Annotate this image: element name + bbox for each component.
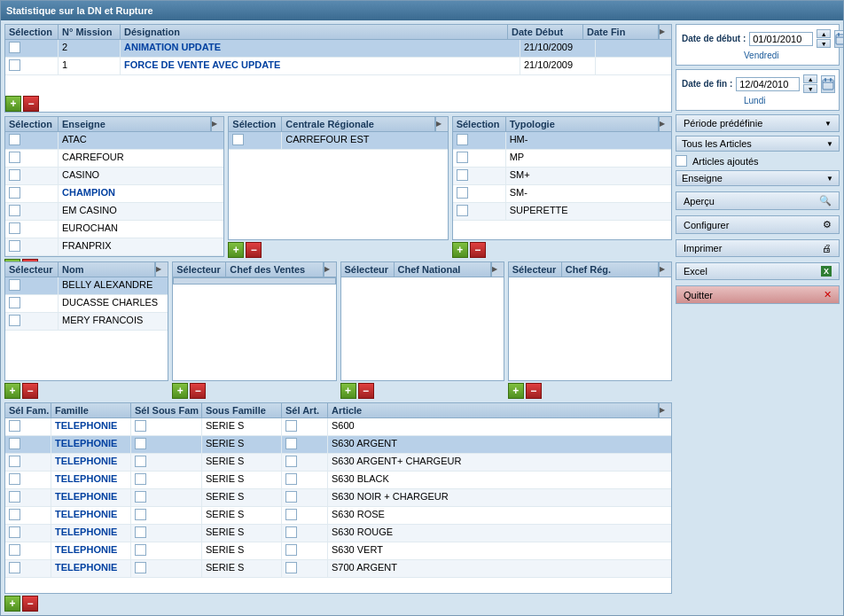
- tous-articles-button[interactable]: Tous les Articles ▼: [676, 136, 840, 152]
- date-debut-calendar[interactable]: [834, 30, 843, 48]
- article-row-0[interactable]: TELEPHONIE SERIE S S600: [5, 418, 671, 436]
- nom-belly-sel[interactable]: [5, 277, 59, 294]
- date-debut-up[interactable]: ▲: [817, 29, 831, 38]
- articles-col-article[interactable]: Article: [328, 403, 659, 417]
- article-1-sel-art[interactable]: [282, 436, 328, 453]
- articles-col-sous-famille[interactable]: Sous Famille: [202, 403, 282, 417]
- article-5-sel-sous-fam[interactable]: [131, 507, 202, 524]
- centrale-carrefourest-sel[interactable]: [229, 132, 282, 149]
- chef-ventes-add-button[interactable]: +: [172, 383, 188, 399]
- article-2-sel-fam[interactable]: [5, 454, 51, 471]
- missions-col-num[interactable]: N° Mission: [59, 25, 121, 39]
- typologie-row-smplus[interactable]: SM+: [453, 168, 671, 185]
- typologie-remove-button[interactable]: −: [470, 242, 486, 258]
- enseigne-champion-sel[interactable]: [5, 185, 59, 202]
- nom-col-name[interactable]: Nom: [59, 262, 155, 277]
- enseigne-row-casino[interactable]: CASINO: [5, 168, 223, 185]
- articles-add-button[interactable]: +: [4, 596, 20, 612]
- mission-1-sel[interactable]: [5, 40, 59, 57]
- article-row-5[interactable]: TELEPHONIE SERIE S S630 ROSE: [5, 507, 671, 525]
- nom-add-button[interactable]: +: [4, 383, 20, 399]
- date-debut-down[interactable]: ▼: [817, 39, 831, 48]
- centrale-row-carrefourest[interactable]: CARREFOUR EST: [229, 132, 447, 150]
- article-2-sel-art[interactable]: [282, 454, 328, 471]
- typologie-hm-sel[interactable]: [453, 132, 506, 149]
- enseigne-row-champion[interactable]: CHAMPION: [5, 185, 223, 203]
- article-0-sel-art[interactable]: [282, 418, 328, 435]
- typologie-add-button[interactable]: +: [452, 242, 468, 258]
- enseigne-col-name[interactable]: Enseigne: [59, 117, 211, 131]
- chef-regional-add-button[interactable]: +: [508, 383, 524, 399]
- article-row-4[interactable]: TELEPHONIE SERIE S S630 NOIR + CHARGEUR: [5, 489, 671, 507]
- article-1-sel-sous-fam[interactable]: [131, 436, 202, 453]
- typologie-smplus-sel[interactable]: [453, 168, 506, 184]
- nom-row-belly[interactable]: BELLY ALEXANDRE: [5, 277, 168, 295]
- enseigne-row-franprix[interactable]: FRANPRIX: [5, 238, 223, 256]
- enseigne-casino-sel[interactable]: [5, 168, 59, 184]
- article-row-8[interactable]: TELEPHONIE SERIE S S700 ARGENT: [5, 560, 671, 578]
- article-7-sel-art[interactable]: [282, 542, 328, 559]
- articles-col-sel-fam[interactable]: Sél Fam.: [5, 403, 51, 417]
- typologie-row-smminus[interactable]: SM-: [453, 185, 671, 203]
- nom-remove-button[interactable]: −: [22, 383, 38, 399]
- chef-regional-remove-button[interactable]: −: [526, 383, 542, 399]
- enseigne-atac-sel[interactable]: [5, 132, 59, 149]
- enseigne-carrefour-sel[interactable]: [5, 150, 59, 167]
- article-5-sel-fam[interactable]: [5, 507, 51, 524]
- chef-ventes-remove-button[interactable]: −: [190, 383, 206, 399]
- article-3-sel-art[interactable]: [282, 472, 328, 488]
- mission-row-2[interactable]: 1 FORCE DE VENTE AVEC UPDATE 21/10/2009: [5, 58, 671, 75]
- missions-col-datedebut[interactable]: Date Début: [508, 25, 583, 39]
- nom-row-ducasse[interactable]: DUCASSE CHARLES: [5, 295, 168, 313]
- enseigne-row-carrefour[interactable]: CARREFOUR: [5, 150, 223, 168]
- chef-ventes-col-sel[interactable]: Sélecteur: [173, 262, 226, 277]
- articles-col-famille[interactable]: Famille: [51, 403, 131, 417]
- date-fin-down[interactable]: ▼: [803, 84, 817, 93]
- article-7-sel-sous-fam[interactable]: [131, 542, 202, 559]
- missions-add-button[interactable]: +: [5, 96, 21, 112]
- quitter-button[interactable]: Quitter ✕: [676, 285, 840, 304]
- article-4-sel-art[interactable]: [282, 489, 328, 506]
- date-fin-calendar[interactable]: [821, 75, 835, 93]
- article-0-sel-sous-fam[interactable]: [131, 418, 202, 435]
- article-8-sel-fam[interactable]: [5, 560, 51, 577]
- typologie-smminus-sel[interactable]: [453, 185, 506, 202]
- missions-remove-button[interactable]: −: [23, 96, 39, 112]
- chef-regional-col-sel[interactable]: Sélecteur: [509, 262, 562, 277]
- articles-col-sel-sous-fam[interactable]: Sél Sous Fam: [131, 403, 202, 417]
- configurer-button[interactable]: Configurer ⚙: [676, 215, 840, 234]
- articles-remove-button[interactable]: −: [22, 596, 38, 612]
- article-8-sel-sous-fam[interactable]: [131, 560, 202, 577]
- article-row-2[interactable]: TELEPHONIE SERIE S S630 ARGENT+ CHARGEUR: [5, 454, 671, 472]
- enseigne-row-atac[interactable]: ATAC: [5, 132, 223, 150]
- mission-row-1[interactable]: 2 ANIMATION UPDATE 21/10/2009: [5, 40, 671, 58]
- nom-col-sel[interactable]: Sélecteur: [5, 262, 59, 277]
- chef-national-col-sel[interactable]: Sélecteur: [341, 262, 395, 277]
- article-2-sel-sous-fam[interactable]: [131, 454, 202, 471]
- typologie-superette-sel[interactable]: [453, 203, 506, 220]
- enseigne-col-sel[interactable]: Sélection: [5, 117, 59, 131]
- centrale-col-sel[interactable]: Sélection: [229, 117, 282, 131]
- typologie-col-sel[interactable]: Sélection: [453, 117, 506, 131]
- nom-mery-sel[interactable]: [5, 313, 59, 330]
- missions-col-datefin[interactable]: Date Fin: [583, 25, 659, 39]
- typologie-row-hm[interactable]: HM-: [453, 132, 671, 150]
- enseigne-dropdown-button[interactable]: Enseigne ▼: [676, 170, 840, 186]
- article-3-sel-sous-fam[interactable]: [131, 472, 202, 488]
- enseigne-emcasino-sel[interactable]: [5, 203, 59, 220]
- article-6-sel-fam[interactable]: [5, 525, 51, 542]
- date-debut-input[interactable]: [749, 32, 813, 46]
- enseigne-franprix-sel[interactable]: [5, 238, 59, 255]
- missions-col-selection[interactable]: Sélection: [5, 25, 59, 39]
- article-6-sel-art[interactable]: [282, 525, 328, 542]
- article-row-6[interactable]: TELEPHONIE SERIE S S630 ROUGE: [5, 525, 671, 542]
- article-4-sel-sous-fam[interactable]: [131, 489, 202, 506]
- chef-national-col-name[interactable]: Chef National: [395, 262, 491, 277]
- article-row-3[interactable]: TELEPHONIE SERIE S S630 BLACK: [5, 472, 671, 489]
- date-fin-input[interactable]: [736, 77, 800, 91]
- chef-national-add-button[interactable]: +: [340, 383, 356, 399]
- centrale-col-name[interactable]: Centrale Régionale: [282, 117, 434, 131]
- mission-2-sel[interactable]: [5, 58, 59, 74]
- nom-row-mery[interactable]: MERY FRANCOIS: [5, 313, 168, 331]
- typologie-row-superette[interactable]: SUPERETTE: [453, 203, 671, 221]
